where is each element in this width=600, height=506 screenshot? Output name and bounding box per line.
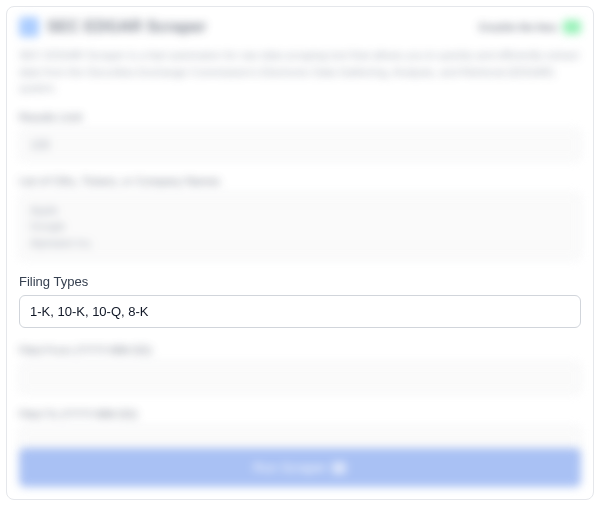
filed-from-label: Filed From (YYYY-MM-DD) xyxy=(19,344,581,356)
filed-to-group: Filed To (YYYY-MM-DD) xyxy=(19,408,581,458)
header-section: SEC EDGAR Scraper Crushin the fees SEC E… xyxy=(19,17,581,97)
filing-types-input[interactable] xyxy=(19,295,581,328)
app-icon xyxy=(19,17,39,37)
live-label: Crushin the fees xyxy=(479,22,557,33)
filing-types-group: Filing Types xyxy=(19,274,581,328)
filed-to-label: Filed To (YYYY-MM-DD) xyxy=(19,408,581,420)
company-list-input[interactable]: Apple Google Alphabet Inc. xyxy=(19,193,581,261)
filed-from-group: Filed From (YYYY-MM-DD) xyxy=(19,344,581,394)
company-list-label: List of CIKs, Tickers, or Company Names xyxy=(19,175,581,187)
app-title: SEC EDGAR Scraper xyxy=(47,18,206,36)
filed-to-input[interactable] xyxy=(19,426,581,458)
filing-types-label: Filing Types xyxy=(19,274,581,289)
play-icon xyxy=(332,462,346,474)
header: SEC EDGAR Scraper Crushin the fees xyxy=(19,17,581,37)
filed-from-input[interactable] xyxy=(19,362,581,394)
results-limit-label: Results Limit xyxy=(19,111,581,123)
results-limit-input[interactable]: 100 xyxy=(19,129,581,161)
company-list-group: List of CIKs, Tickers, or Company Names … xyxy=(19,175,581,261)
run-scraper-button[interactable]: Run Scraper xyxy=(19,448,581,487)
header-right: Crushin the fees xyxy=(479,20,581,34)
results-limit-group: Results Limit 100 xyxy=(19,111,581,161)
app-card: SEC EDGAR Scraper Crushin the fees SEC E… xyxy=(6,6,594,500)
app-description: SEC EDGAR Scraper is a fast automaton fo… xyxy=(19,47,581,97)
live-badge-icon xyxy=(563,20,581,34)
run-button-label: Run Scraper xyxy=(254,460,327,475)
header-left: SEC EDGAR Scraper xyxy=(19,17,206,37)
